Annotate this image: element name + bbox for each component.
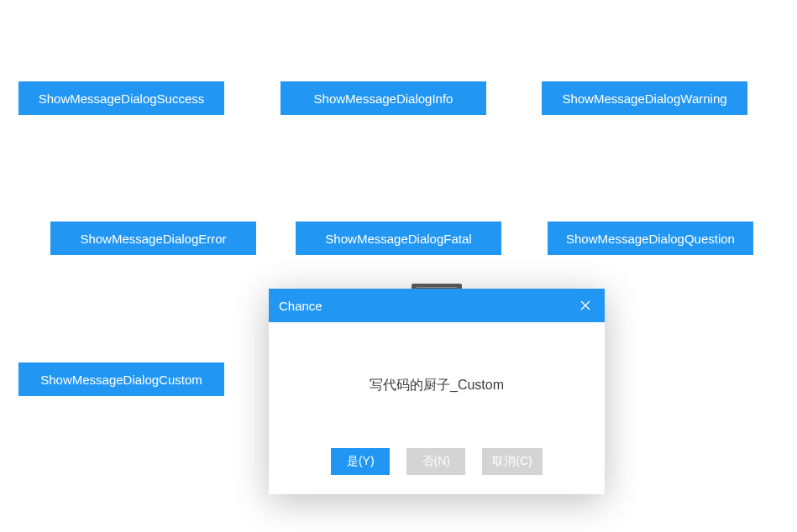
show-dialog-question-button[interactable]: ShowMessageDialogQuestion: [548, 222, 753, 255]
dialog-title: Chance: [269, 299, 322, 313]
show-dialog-error-button[interactable]: ShowMessageDialogError: [50, 222, 256, 255]
dialog-yes-button[interactable]: 是(Y): [331, 448, 390, 475]
dialog-cancel-button[interactable]: 取消(C): [482, 448, 542, 475]
show-dialog-success-button[interactable]: ShowMessageDialogSuccess: [18, 81, 224, 115]
show-dialog-fatal-button[interactable]: ShowMessageDialogFatal: [296, 222, 501, 255]
message-dialog: Chance 写代码的厨子_Custom 是(Y) 否(N) 取消(C): [269, 289, 605, 494]
show-dialog-custom-button[interactable]: ShowMessageDialogCustom: [18, 362, 224, 396]
close-icon: [580, 300, 590, 310]
dialog-body: 写代码的厨子_Custom: [269, 322, 605, 448]
show-dialog-warning-button[interactable]: ShowMessageDialogWarning: [542, 81, 747, 115]
show-dialog-info-button[interactable]: ShowMessageDialogInfo: [281, 81, 486, 115]
dialog-titlebar[interactable]: Chance: [269, 289, 605, 322]
dialog-footer: 是(Y) 否(N) 取消(C): [269, 448, 605, 488]
dialog-message: 写代码的厨子_Custom: [370, 377, 504, 394]
dialog-no-button[interactable]: 否(N): [406, 448, 465, 475]
dialog-close-button[interactable]: [566, 289, 605, 322]
